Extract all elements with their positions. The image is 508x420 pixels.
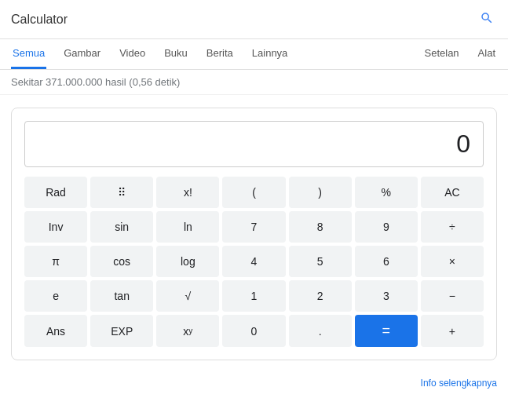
calc-btn-6[interactable]: 6	[355, 246, 418, 277]
calc-btn-ac[interactable]: AC	[421, 177, 484, 208]
calc-btn-1[interactable]: 1	[222, 280, 285, 312]
tab-berita[interactable]: Berita	[205, 39, 235, 69]
tab-alat[interactable]: Alat	[477, 39, 497, 69]
calc-btn-divide[interactable]: ÷	[421, 211, 484, 243]
calc-btn-close-paren[interactable]: )	[289, 177, 352, 208]
tab-semua[interactable]: Semua	[11, 39, 46, 69]
calculator: 0 Rad⠿x!()%ACInvsinln789÷πcoslog456×etan…	[11, 108, 497, 360]
calc-btn-sqrt[interactable]: √	[156, 280, 219, 312]
calc-btn-factorial[interactable]: x!	[156, 177, 219, 208]
calc-btn-decimal[interactable]: .	[289, 315, 352, 347]
search-icon	[480, 11, 494, 25]
calc-btn-equals[interactable]: =	[355, 315, 418, 347]
calc-btn-5[interactable]: 5	[289, 246, 352, 277]
calc-btn-percent[interactable]: %	[355, 177, 418, 208]
search-bar	[0, 0, 508, 39]
calc-btn-pi[interactable]: π	[24, 246, 87, 277]
calc-btn-sin[interactable]: sin	[90, 211, 153, 243]
calc-btn-4[interactable]: 4	[222, 246, 285, 277]
tab-gambar[interactable]: Gambar	[62, 39, 102, 69]
calc-btn-grid[interactable]: ⠿	[90, 177, 153, 208]
search-button[interactable]	[477, 8, 497, 31]
info-link[interactable]: Info selengkapnya	[0, 373, 508, 393]
calc-btn-minus[interactable]: −	[421, 280, 484, 312]
calc-btn-ln[interactable]: ln	[156, 211, 219, 243]
calculator-display: 0	[24, 121, 484, 167]
calc-btn-rad[interactable]: Rad	[24, 177, 87, 208]
tab-setelan[interactable]: Setelan	[423, 39, 461, 69]
calc-btn-3[interactable]: 3	[355, 280, 418, 312]
tab-buku[interactable]: Buku	[163, 39, 189, 69]
results-info: Sekitar 371.000.000 hasil (0,56 detik)	[0, 70, 508, 95]
calc-btn-0[interactable]: 0	[222, 315, 285, 347]
calc-btn-open-paren[interactable]: (	[222, 177, 285, 208]
calc-btn-inv[interactable]: Inv	[24, 211, 87, 243]
tab-lainnya[interactable]: Lainnya	[250, 39, 290, 69]
calc-btn-ans[interactable]: Ans	[24, 315, 87, 347]
calc-btn-9[interactable]: 9	[355, 211, 418, 243]
calc-btn-7[interactable]: 7	[222, 211, 285, 243]
calc-btn-cos[interactable]: cos	[90, 246, 153, 277]
tab-video[interactable]: Video	[118, 39, 147, 69]
calc-btn-power[interactable]: xy	[156, 315, 219, 347]
calc-btn-log[interactable]: log	[156, 246, 219, 277]
calc-btn-exp[interactable]: EXP	[90, 315, 153, 347]
nav-tabs: Semua Gambar Video Buku Berita Lainnya S…	[0, 39, 508, 70]
calc-btn-plus[interactable]: +	[421, 315, 484, 347]
calc-btn-8[interactable]: 8	[289, 211, 352, 243]
calculator-grid: Rad⠿x!()%ACInvsinln789÷πcoslog456×etan√1…	[24, 177, 484, 347]
nav-tabs-right: Setelan Alat	[423, 39, 498, 69]
calc-btn-tan[interactable]: tan	[90, 280, 153, 312]
calc-btn-2[interactable]: 2	[289, 280, 352, 312]
calc-btn-multiply[interactable]: ×	[421, 246, 484, 277]
calc-btn-e[interactable]: e	[24, 280, 87, 312]
search-input[interactable]	[11, 13, 477, 27]
